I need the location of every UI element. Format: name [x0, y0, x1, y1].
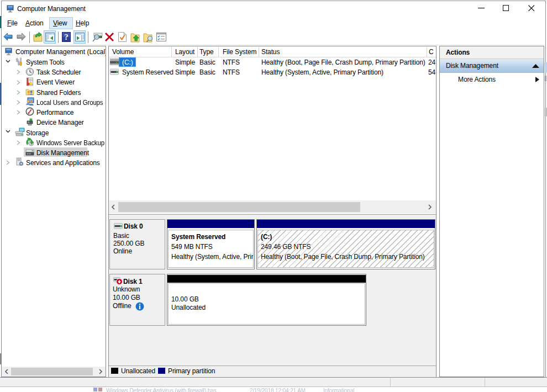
svg-text:?: ? [64, 33, 68, 41]
